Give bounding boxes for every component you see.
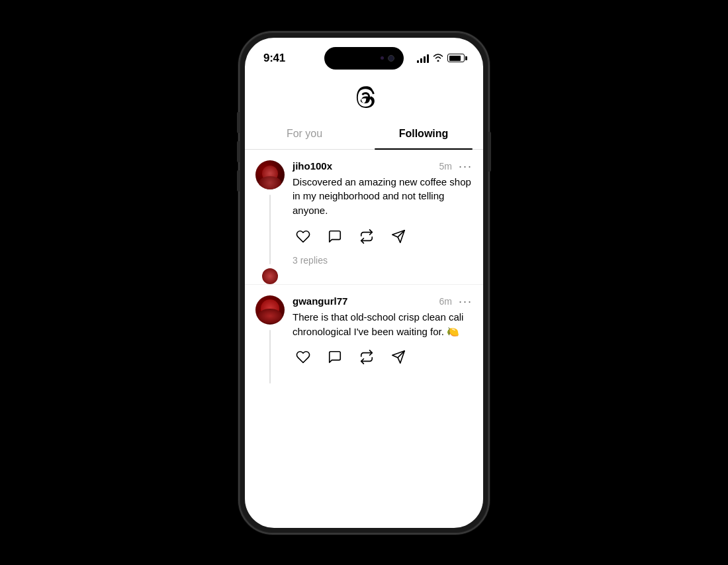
feed[interactable]: jiho100x 5m ··· Discovered an amazing ne… (245, 150, 483, 528)
reply-avatar-small-1 (262, 268, 278, 284)
comment-button-1[interactable] (324, 226, 345, 247)
tab-following[interactable]: Following (364, 120, 483, 149)
post-menu-2[interactable]: ··· (459, 295, 473, 307)
status-time: 9:41 (263, 52, 285, 65)
post-time-2: 6m (439, 296, 452, 307)
replies-count-1: 3 replies (293, 255, 328, 266)
wifi-icon (433, 53, 443, 64)
like-button-2[interactable] (293, 346, 314, 368)
phone-wrapper: 9:41 (238, 31, 490, 535)
post-right-2: gwangurl77 6m ··· There is that old-scho… (293, 295, 473, 384)
post-actions-1 (293, 226, 473, 247)
post-header-2: gwangurl77 6m ··· (293, 295, 473, 307)
like-button-1[interactable] (293, 226, 314, 247)
signal-bar-4 (427, 54, 429, 63)
thread-line-2 (269, 330, 271, 384)
share-button-1[interactable] (388, 226, 409, 247)
post-content-1: Discovered an amazing new coffee shop in… (293, 175, 473, 218)
post-left-1 (255, 160, 285, 284)
post-1: jiho100x 5m ··· Discovered an amazing ne… (245, 150, 483, 285)
island-dot (381, 56, 384, 60)
signal-icon (417, 54, 429, 63)
comment-button-2[interactable] (324, 346, 345, 368)
app-content: For you Following jiho1 (245, 74, 483, 528)
post-content-2: There is that old-school crisp clean cal… (293, 310, 473, 339)
app-header (245, 74, 483, 120)
share-button-2[interactable] (388, 346, 409, 368)
post-actions-2 (293, 346, 473, 368)
post-2: gwangurl77 6m ··· There is that old-scho… (245, 285, 483, 384)
phone-screen: 9:41 (245, 38, 483, 528)
post-right-1: jiho100x 5m ··· Discovered an amazing ne… (293, 160, 473, 284)
battery-icon (447, 54, 465, 62)
status-icons (417, 53, 465, 64)
island-camera (388, 55, 394, 62)
thread-line-1 (269, 195, 271, 264)
signal-bar-1 (417, 60, 419, 63)
avatar-jiho100x[interactable] (255, 160, 285, 189)
post-meta-1: 5m ··· (439, 160, 473, 172)
repost-button-2[interactable] (356, 346, 377, 368)
post-time-1: 5m (439, 161, 452, 172)
replies-row-1: 3 replies (293, 255, 473, 276)
signal-bar-3 (424, 56, 426, 63)
post-header-1: jiho100x 5m ··· (293, 160, 473, 172)
signal-bar-2 (420, 58, 422, 63)
dynamic-island (324, 47, 404, 70)
post-meta-2: 6m ··· (439, 295, 473, 307)
username-jiho100x[interactable]: jiho100x (293, 160, 332, 172)
avatar-gwangurl77[interactable] (255, 295, 285, 325)
post-menu-1[interactable]: ··· (459, 160, 473, 172)
battery-fill (449, 56, 461, 61)
tab-for-you[interactable]: For you (245, 120, 364, 149)
username-gwangurl77[interactable]: gwangurl77 (293, 295, 347, 307)
threads-logo (350, 84, 378, 112)
tab-bar: For you Following (245, 120, 483, 150)
repost-button-1[interactable] (356, 226, 377, 247)
post-left-2 (255, 295, 285, 384)
